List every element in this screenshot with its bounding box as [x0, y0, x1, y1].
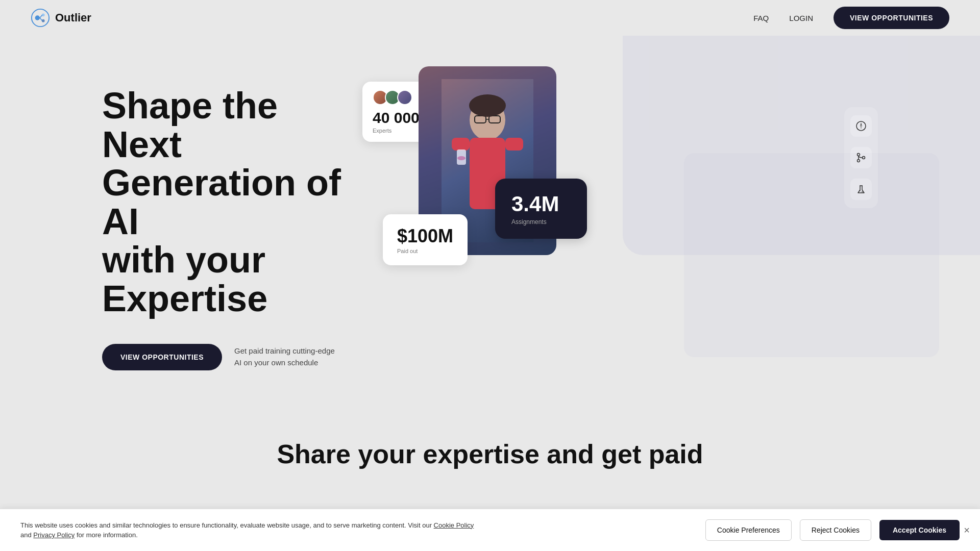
privacy-policy-link[interactable]: Privacy Policy [33, 531, 75, 539]
cookie-text: This website uses cookies and similar te… [20, 520, 480, 540]
svg-rect-14 [505, 138, 523, 151]
svg-line-5 [40, 18, 42, 21]
faq-link[interactable]: FAQ [753, 14, 769, 22]
avatar-3 [397, 90, 412, 105]
svg-point-1 [35, 15, 40, 20]
hero-subtitle: Get paid training cutting-edge AI on you… [234, 345, 335, 368]
hero-title-line2: Generation of AI [102, 162, 341, 242]
stat-assignments-label: Assignments [511, 218, 571, 226]
svg-point-21 [857, 154, 860, 156]
stat-card-assignments: 3.4M Assignments [495, 179, 587, 239]
cookie-preferences-button[interactable]: Cookie Preferences [705, 519, 792, 541]
stat-money-label: Paid out [397, 248, 453, 254]
brand-name: Outlier [55, 11, 91, 24]
cookie-close-button[interactable]: × [964, 524, 970, 536]
svg-line-4 [40, 15, 42, 18]
hero-left: Shape the Next Generation of AI with you… [0, 36, 357, 418]
hero-view-opportunities-button[interactable]: VIEW OPPORTUNITIES [102, 344, 222, 370]
icons-panel [844, 107, 878, 208]
reject-cookies-button[interactable]: Reject Cookies [800, 519, 871, 541]
section-below: Share your expertise and get paid [0, 418, 980, 469]
branch-icon[interactable] [850, 147, 872, 168]
navbar: Outlier FAQ LOGIN VIEW OPPORTUNITIES [0, 0, 980, 36]
cookie-banner: This website uses cookies and similar te… [0, 509, 980, 551]
cookie-actions: Cookie Preferences Reject Cookies Accept… [705, 519, 960, 541]
nav-right: FAQ LOGIN VIEW OPPORTUNITIES [753, 7, 949, 29]
svg-point-24 [860, 190, 861, 191]
stat-assignments-number: 3.4M [511, 192, 571, 216]
svg-point-20 [857, 160, 860, 162]
outlier-logo-icon [31, 8, 50, 28]
hero-cta-row: VIEW OPPORTUNITIES Get paid training cut… [102, 344, 357, 370]
svg-rect-13 [452, 138, 470, 151]
svg-point-11 [469, 94, 506, 117]
nav-view-opportunities-button[interactable]: VIEW OPPORTUNITIES [834, 7, 949, 29]
cookie-and-text: and [20, 531, 32, 539]
flask-icon[interactable] [850, 179, 872, 200]
logo-area[interactable]: Outlier [31, 8, 91, 28]
stat-money-number: $100M [397, 226, 453, 247]
section-title: Share your expertise and get paid [0, 439, 980, 469]
cookie-policy-link[interactable]: Cookie Policy [434, 521, 474, 529]
hero-section: Shape the Next Generation of AI with you… [0, 0, 980, 418]
svg-point-22 [863, 157, 865, 159]
svg-point-16 [457, 156, 465, 160]
hero-title-line1: Shape the Next [102, 85, 278, 165]
accept-cookies-button[interactable]: Accept Cookies [879, 520, 960, 540]
hero-title: Shape the Next Generation of AI with you… [102, 87, 357, 318]
cookie-text-after: for more information. [77, 531, 138, 539]
svg-point-25 [862, 191, 863, 192]
cookie-text-before: This website uses cookies and similar te… [20, 521, 432, 529]
login-link[interactable]: LOGIN [789, 14, 813, 22]
hero-title-line3: with your Expertise [102, 239, 267, 319]
stat-card-money: $100M Paid out [383, 214, 468, 265]
compass-icon[interactable] [850, 115, 872, 137]
hero-right: 40 000 Experts [357, 36, 980, 418]
svg-point-0 [32, 9, 49, 27]
